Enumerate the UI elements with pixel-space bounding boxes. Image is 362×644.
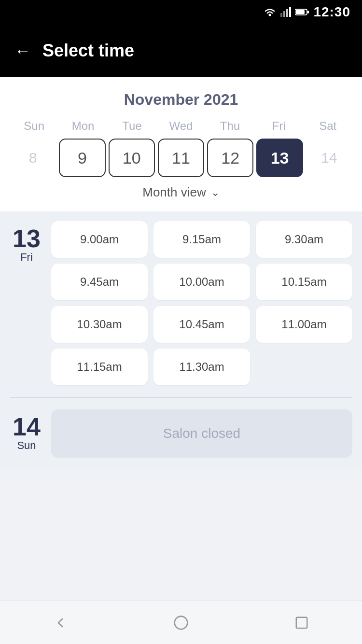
nav-recent-button[interactable]: [287, 608, 316, 637]
days-row: 8 9 10 11 12 13 14: [10, 139, 352, 177]
day-13[interactable]: 13: [256, 139, 303, 177]
month-view-label: Month view: [142, 185, 206, 200]
status-time: 12:30: [313, 4, 350, 20]
day-label-14: 14 Sun: [10, 409, 43, 452]
day-name-fri: Fri: [20, 251, 33, 264]
svg-point-8: [175, 616, 188, 629]
day-12[interactable]: 12: [207, 139, 253, 177]
day-header-mon: Mon: [58, 119, 107, 133]
page-title: Select time: [42, 41, 134, 61]
time-slot-900am[interactable]: 9.00am: [51, 221, 148, 258]
day-11[interactable]: 11: [158, 139, 204, 177]
time-slot-915am[interactable]: 9.15am: [153, 221, 250, 258]
back-button[interactable]: ←: [14, 42, 31, 59]
app-header: ← Select time: [0, 24, 362, 77]
time-slots-grid-13: 9.00am 9.15am 9.30am 9.45am 10.00am 10.1…: [51, 221, 352, 385]
time-slot-930am[interactable]: 9.30am: [256, 221, 352, 258]
day-divider: [10, 397, 352, 398]
recent-nav-icon: [294, 616, 309, 630]
day-number-13: 13: [13, 226, 41, 251]
nav-back-button[interactable]: [46, 608, 75, 637]
time-slot-945am[interactable]: 9.45am: [51, 264, 148, 300]
day-9[interactable]: 9: [59, 139, 105, 177]
time-slot-1030am[interactable]: 10.30am: [51, 306, 148, 343]
status-icons: 12:30: [263, 4, 350, 20]
day-label-13: 13 Fri: [10, 221, 43, 264]
svg-rect-9: [296, 617, 307, 628]
day-number-14: 14: [13, 414, 41, 439]
day-group-13: 13 Fri 9.00am 9.15am 9.30am 9.45am 10.00…: [10, 221, 352, 385]
day-header-sun: Sun: [10, 119, 58, 133]
svg-rect-4: [289, 7, 291, 17]
day-name-sun: Sun: [17, 439, 36, 452]
svg-rect-7: [296, 10, 305, 14]
day-header-wed: Wed: [156, 119, 205, 133]
time-slot-1130am[interactable]: 11.30am: [153, 349, 250, 385]
wifi-icon: [263, 7, 277, 17]
svg-point-0: [269, 14, 271, 16]
battery-icon: [295, 8, 309, 16]
bottom-nav: [0, 601, 362, 644]
day-header-tue: Tue: [108, 119, 156, 133]
nav-home-button[interactable]: [167, 608, 195, 637]
svg-rect-1: [280, 13, 282, 17]
month-view-toggle[interactable]: Month view ⌄: [10, 177, 352, 202]
time-slot-1115am[interactable]: 11.15am: [51, 349, 148, 385]
time-slot-1045am[interactable]: 10.45am: [153, 306, 250, 343]
day-headers: Sun Mon Tue Wed Thu Fri Sat: [10, 119, 352, 133]
time-slot-1000am[interactable]: 10.00am: [153, 264, 250, 300]
day-group-14: 14 Sun Salon closed: [10, 409, 352, 458]
svg-rect-6: [307, 11, 309, 14]
day-header-thu: Thu: [206, 119, 254, 133]
time-section: 13 Fri 9.00am 9.15am 9.30am 9.45am 10.00…: [0, 211, 362, 469]
day-header-sat: Sat: [304, 119, 352, 133]
day-header-fri: Fri: [254, 119, 303, 133]
time-slot-1015am[interactable]: 10.15am: [256, 264, 352, 300]
svg-rect-3: [286, 9, 288, 17]
day-8[interactable]: 8: [10, 139, 56, 177]
chevron-down-icon: ⌄: [211, 186, 220, 199]
month-year: November 2021: [10, 91, 352, 109]
svg-rect-2: [283, 11, 285, 17]
home-nav-icon: [173, 615, 189, 630]
day-10[interactable]: 10: [109, 139, 155, 177]
back-nav-icon: [53, 615, 68, 630]
status-bar: 12:30: [0, 0, 362, 24]
calendar-section: November 2021 Sun Mon Tue Wed Thu Fri Sa…: [0, 77, 362, 211]
signal-icon: [280, 7, 291, 17]
time-slot-1100am[interactable]: 11.00am: [256, 306, 352, 343]
salon-closed-box: Salon closed: [51, 409, 352, 458]
day-14[interactable]: 14: [306, 139, 352, 177]
